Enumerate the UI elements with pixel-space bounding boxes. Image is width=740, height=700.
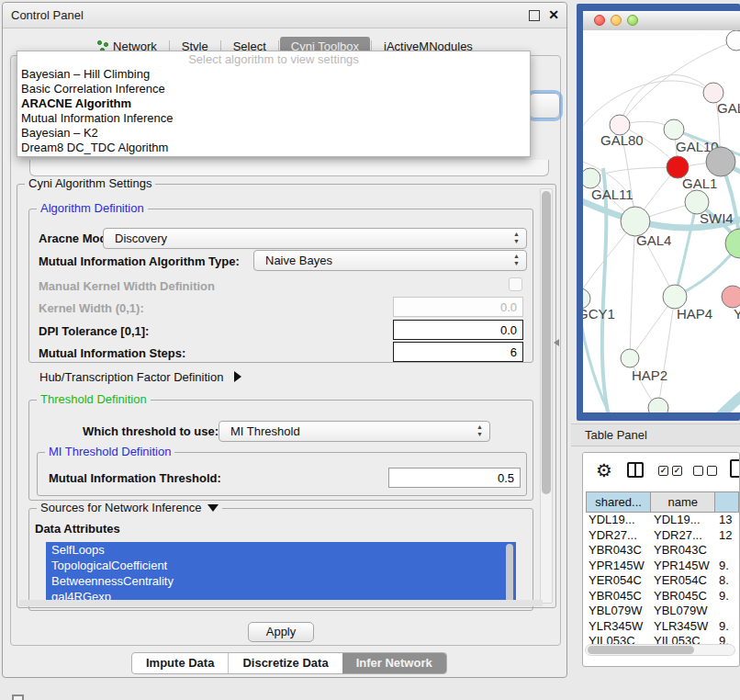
column-header[interactable]: name (651, 492, 715, 512)
network-node-label: GAL4 (636, 232, 671, 248)
table-row[interactable]: YDL19...YDL19...13 (586, 513, 740, 528)
window-close-icon[interactable] (594, 15, 605, 26)
data-attributes-list[interactable]: SelfLoopsTopologicalCoefficientBetweenne… (46, 542, 516, 606)
mi-threshold-group-title: MI Threshold Definition (45, 445, 174, 459)
attribute-list-item[interactable]: BetweennessCentrality (46, 573, 516, 589)
data-attributes-label: Data Attributes (35, 522, 120, 536)
tab-impute-data[interactable]: Impute Data (132, 653, 228, 673)
network-node-label: GAL11 (591, 186, 633, 202)
mi-type-label: Mutual Information Algorithm Type: (39, 254, 240, 268)
columns-icon[interactable] (627, 462, 644, 478)
table-row[interactable]: YPR145WYPR145W9. (586, 559, 740, 574)
network-node[interactable] (706, 147, 735, 176)
scrollpane-bottom-strip (19, 600, 543, 606)
node-table: shared...name YDL19...YDL19...13YDR27...… (586, 491, 740, 649)
document-icon[interactable] (730, 459, 740, 478)
algorithm-dropdown-prompt: Select algorithm to view settings (17, 51, 530, 67)
table-cell: 12 (716, 528, 740, 544)
hub-definition-toggle[interactable]: Hub/Transcription Factor Definition (39, 370, 241, 384)
network-node-gal10[interactable] (664, 119, 684, 140)
network-node[interactable] (726, 30, 740, 51)
combo-arrows-icon: ▲▼ (513, 253, 520, 267)
algorithm-option[interactable]: Bayesian – K2 (17, 126, 530, 141)
attribute-list-item[interactable]: TopologicalCoefficient (46, 558, 516, 573)
network-node-hap2[interactable] (621, 349, 639, 367)
close-icon[interactable]: ✕ (548, 7, 559, 22)
threshold-definition-group: Threshold Definition Which threshold to … (28, 400, 533, 501)
table-row[interactable]: YDR27...YDR27...12 (586, 528, 740, 544)
table-cell: 9. (716, 619, 740, 635)
settings-scrollbar[interactable] (540, 188, 553, 604)
network-node-label: HAP2 (632, 367, 667, 383)
focused-combo-fragment[interactable] (529, 93, 560, 119)
collapsed-panel-icon[interactable] (12, 694, 24, 700)
table-cell: YPR145W (651, 559, 716, 574)
aracne-mode-combo[interactable]: Discovery ▲▼ (103, 228, 527, 249)
attribute-list-item[interactable]: SelfLoops (46, 542, 516, 558)
table-cell (716, 543, 740, 559)
algorithm-option[interactable]: Basic Correlation Inference (17, 82, 530, 96)
network-node-label: Y (734, 306, 740, 322)
column-header[interactable]: shared... (587, 492, 651, 512)
deselect-all-checks-icon[interactable] (693, 466, 717, 476)
algorithm-option[interactable]: Dream8 DC_TDC Algorithm (17, 141, 530, 155)
threshold-definition-title: Threshold Definition (37, 392, 151, 407)
network-graph: GALGAL80GAL10GAL1GAL11SWI4GAL4GCY1HAP4YH… (583, 30, 740, 412)
network-node[interactable] (648, 398, 668, 412)
float-panel-icon[interactable] (529, 10, 540, 21)
column-header[interactable] (715, 492, 739, 512)
network-canvas[interactable]: GALGAL80GAL10GAL1GAL11SWI4GAL4GCY1HAP4YH… (583, 30, 740, 412)
table-cell: 9. (716, 589, 740, 604)
network-node-label: GAL (717, 100, 740, 116)
mi-type-combo[interactable]: Naive Bayes ▲▼ (253, 250, 527, 271)
dpi-tolerance-field[interactable] (393, 320, 523, 340)
window-minimize-icon[interactable] (611, 15, 622, 26)
table-row[interactable]: YLR345WYLR345W9. (586, 619, 740, 635)
table-cell: YDR27... (651, 528, 716, 544)
network-view-window: GALGAL80GAL10GAL1GAL11SWI4GAL4GCY1HAP4YH… (577, 4, 740, 421)
table-cell: YLR345W (586, 619, 651, 635)
network-node-y[interactable] (722, 286, 740, 308)
table-row[interactable]: YER054CYER054C8. (586, 573, 740, 589)
tab-infer-network[interactable]: Infer Network (342, 653, 446, 673)
mi-steps-field[interactable] (393, 342, 523, 362)
table-cell: YPR145W (586, 559, 651, 574)
window-zoom-icon[interactable] (627, 15, 638, 26)
list-scrollbar-thumb[interactable] (506, 544, 513, 603)
network-node[interactable] (725, 229, 740, 258)
apply-button[interactable]: Apply (248, 622, 314, 642)
combo-arrows-icon: ▲▼ (513, 231, 520, 245)
control-panel-title: Control Panel (11, 8, 84, 22)
mi-threshold-field[interactable] (388, 468, 521, 488)
settings-scrollbar-thumb[interactable] (542, 191, 551, 494)
table-row[interactable]: YBR045CYBR045C9. (586, 589, 740, 604)
table-h-scrollbar-thumb[interactable] (588, 646, 694, 654)
algorithm-option[interactable]: Mutual Information Inference (17, 111, 530, 126)
table-cell: YDL19... (586, 513, 651, 528)
manual-kernel-checkbox[interactable] (509, 277, 522, 291)
table-cell: YLR345W (651, 619, 716, 635)
table-cell: YBR043C (651, 543, 716, 559)
collapse-down-icon (207, 504, 219, 512)
which-threshold-combo[interactable]: MI Threshold ▲▼ (219, 421, 490, 442)
which-threshold-label: Which threshold to use: (83, 424, 219, 438)
tab-discretize-data[interactable]: Discretize Data (228, 653, 342, 673)
table-cell: YBR043C (586, 543, 651, 559)
table-cell: YBL079W (651, 604, 716, 619)
table-cell: YDL19... (651, 513, 716, 528)
algorithm-dropdown-popup: Select algorithm to view settings Bayesi… (17, 51, 531, 157)
network-window-titlebar (583, 11, 740, 31)
mi-threshold-group: MI Threshold Definition Mutual Informati… (37, 452, 527, 496)
algorithm-option[interactable]: Bayesian – Hill Climbing (17, 67, 530, 82)
select-all-checks-icon[interactable]: ✓✓ (658, 466, 682, 476)
table-h-scrollbar[interactable] (585, 644, 735, 656)
splitter-collapse-icon[interactable] (554, 339, 559, 346)
gear-icon[interactable]: ⚙ (596, 459, 612, 481)
network-node-gal11[interactable] (583, 168, 600, 188)
table-row[interactable]: YBR043CYBR043C (586, 543, 740, 559)
sources-title-row[interactable]: Sources for Network Inference (37, 501, 222, 515)
table-row[interactable]: YBL079WYBL079W (586, 604, 740, 619)
algorithm-option[interactable]: ARACNE Algorithm (17, 96, 530, 111)
table-cell: YBL079W (586, 604, 651, 619)
kernel-width-field[interactable] (393, 297, 523, 317)
